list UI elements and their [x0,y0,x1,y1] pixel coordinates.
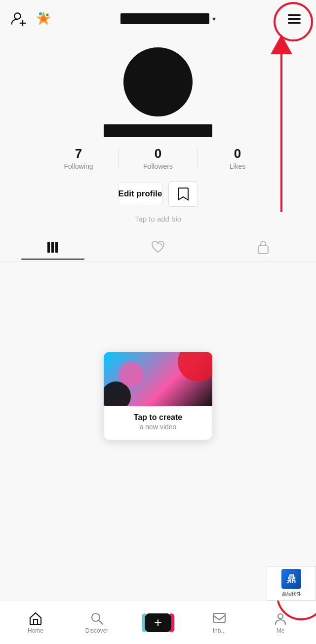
dropdown-arrow-icon[interactable]: ▾ [212,15,216,23]
content-area: Tap to create a new video [0,267,316,440]
avatar [123,47,193,116]
svg-point-6 [46,14,49,16]
username-redacted [120,13,209,24]
watermark: 鼎 鼎品软件 [267,566,316,601]
bio-placeholder[interactable]: Tap to add bio [135,215,181,223]
lock-icon [257,240,270,255]
likes-stat[interactable]: 0 Likes [198,146,277,170]
blob-decoration-3 [118,362,143,386]
profile-icon [274,611,287,625]
grid-bar-3 [55,242,58,253]
edit-profile-button[interactable]: Edit profile [118,183,163,205]
hamburger-line-3 [288,22,301,24]
hamburger-line-2 [288,18,301,20]
create-card-title: Tap to create [109,413,207,422]
following-count: 7 [75,146,82,161]
add-user-button[interactable] [10,10,28,28]
top-navigation: ▾ [0,0,316,38]
search-icon [90,611,104,625]
action-buttons-row: Edit profile [98,181,218,207]
nav-profile[interactable]: Me [250,611,311,634]
likes-count: 0 [234,146,241,161]
display-name-redacted [104,124,212,137]
svg-point-5 [39,12,42,15]
nav-inbox[interactable]: Inb... [189,611,250,634]
create-card[interactable]: Tap to create a new video [104,352,212,440]
nav-discover-label: Discover [85,627,109,634]
bottom-navigation: Home Discover + Inb... Me [0,601,316,644]
following-stat[interactable]: 7 Following [39,146,118,170]
tabs-row [0,233,316,262]
hamburger-menu-button[interactable] [282,7,306,31]
create-button[interactable]: + [145,613,171,632]
create-card-subtitle: a new video [109,423,207,431]
grid-bar-2 [51,242,54,253]
svg-point-10 [278,614,283,619]
followers-stat[interactable]: 0 Followers [118,146,198,170]
watermark-text: 鼎品软件 [281,591,301,598]
followers-count: 0 [155,146,161,161]
stats-row: 7 Following 0 Followers 0 Likes [0,146,316,170]
create-card-text-area: Tap to create a new video [104,406,212,440]
grid-bar-1 [47,242,50,253]
grid-icon [47,242,58,253]
tab-liked[interactable] [105,233,210,261]
svg-point-4 [41,16,46,21]
username-area[interactable]: ▾ [53,13,282,24]
heart-icon [151,240,165,254]
blob-decoration-1 [178,352,212,381]
following-label: Following [64,162,93,170]
plus-inner: + [145,613,171,632]
tab-private[interactable] [211,233,316,262]
nav-discover[interactable]: Discover [66,611,127,634]
inbox-icon [212,611,226,625]
likes-label: Likes [230,162,246,170]
svg-line-9 [99,620,103,624]
followers-label: Followers [143,162,173,170]
svg-rect-7 [258,246,268,254]
home-icon [29,611,42,625]
nav-home[interactable]: Home [5,611,66,634]
nav-inbox-label: Inb... [213,627,226,634]
hamburger-line-1 [288,14,301,16]
profile-section: 7 Following 0 Followers 0 Likes Edit pro… [0,38,316,267]
carrot-icon[interactable] [34,9,53,29]
watermark-logo: 鼎 [281,569,301,589]
nav-home-label: Home [28,627,43,634]
bookmark-button[interactable] [168,181,198,207]
nav-left-group [10,9,53,29]
nav-plus[interactable]: + [127,613,189,632]
create-card-thumbnail [104,352,212,406]
tab-videos[interactable] [0,235,105,260]
hamburger-icon [288,14,301,24]
svg-point-0 [14,13,20,19]
plus-icon: + [154,616,162,630]
nav-profile-label: Me [276,627,285,634]
